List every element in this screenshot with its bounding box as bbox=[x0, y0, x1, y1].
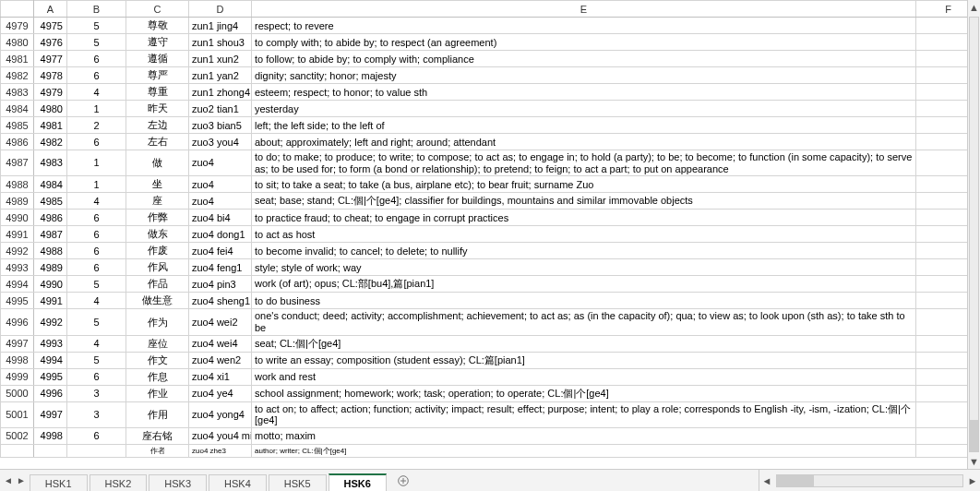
cell-A[interactable]: 4977 bbox=[34, 51, 67, 67]
table-row[interactable]: 499649925作为zuo4 wei2one's conduct; deed;… bbox=[1, 309, 968, 335]
cell-F[interactable] bbox=[916, 210, 968, 226]
cell-B[interactable]: 6 bbox=[67, 243, 126, 259]
cell-C[interactable]: 作业 bbox=[126, 385, 189, 401]
cell-D[interactable]: zuo2 tian1 bbox=[189, 101, 252, 117]
vertical-scrollbar[interactable]: ▲ ▼ bbox=[967, 0, 980, 469]
cell-A[interactable]: 4997 bbox=[34, 401, 67, 427]
cell-D[interactable]: zuo4 bbox=[189, 176, 252, 193]
cell-A[interactable]: 4989 bbox=[34, 259, 67, 276]
cell-A[interactable]: 4980 bbox=[34, 101, 67, 117]
row-header[interactable]: 4991 bbox=[1, 226, 34, 243]
column-header-A[interactable]: A bbox=[34, 1, 67, 18]
cell-B[interactable]: 5 bbox=[67, 276, 126, 293]
cell-D[interactable]: zuo4 zhe3 bbox=[189, 444, 252, 457]
cell-A[interactable] bbox=[34, 444, 67, 457]
vscroll-thumb[interactable] bbox=[970, 420, 978, 451]
cell-F[interactable] bbox=[916, 243, 968, 259]
table-row[interactable]: 498749831做zuo4to do; to make; to produce… bbox=[1, 150, 968, 176]
cell-C[interactable]: 遵循 bbox=[126, 51, 189, 67]
cell-E[interactable]: to write an essay; composition (student … bbox=[252, 352, 916, 368]
cell-B[interactable]: 5 bbox=[67, 352, 126, 368]
row-header[interactable]: 4994 bbox=[1, 276, 34, 293]
table-row[interactable]: 498449801昨天zuo2 tian1yesterday bbox=[1, 101, 968, 117]
table-row[interactable]: 499849945作文zuo4 wen2to write an essay; c… bbox=[1, 352, 968, 368]
cell-A[interactable]: 4990 bbox=[34, 276, 67, 293]
cell-E[interactable]: yesterday bbox=[252, 101, 916, 117]
cell-F[interactable] bbox=[916, 51, 968, 67]
cell-F[interactable] bbox=[916, 34, 968, 51]
cell-F[interactable] bbox=[916, 18, 968, 34]
tab-hsk1[interactable]: HSK1 bbox=[30, 474, 88, 491]
cell-F[interactable] bbox=[916, 101, 968, 117]
cell-C[interactable]: 尊严 bbox=[126, 67, 189, 84]
cell-D[interactable]: zuo4 bbox=[189, 193, 252, 210]
row-header[interactable]: 4980 bbox=[1, 34, 34, 51]
cell-C[interactable]: 作弊 bbox=[126, 210, 189, 226]
table-row[interactable]: 498249786尊严zun1 yan2dignity; sanctity; h… bbox=[1, 67, 968, 84]
table-row[interactable]: 499349896作风zuo4 feng1style; style of wor… bbox=[1, 259, 968, 276]
cell-E[interactable]: respect; to revere bbox=[252, 18, 916, 34]
cell-E[interactable]: to act as host bbox=[252, 226, 916, 243]
cell-D[interactable]: zun1 xun2 bbox=[189, 51, 252, 67]
table-row[interactable]: 499249886作废zuo4 fei4to become invalid; t… bbox=[1, 243, 968, 259]
column-header-B[interactable]: B bbox=[67, 1, 126, 18]
row-header[interactable]: 4996 bbox=[1, 309, 34, 335]
cell-B[interactable]: 6 bbox=[67, 67, 126, 84]
cell-B[interactable]: 6 bbox=[67, 259, 126, 276]
column-header-row[interactable]: ABCDEF bbox=[1, 1, 968, 18]
cell-A[interactable]: 4984 bbox=[34, 176, 67, 193]
cell-D[interactable]: zuo4 pin3 bbox=[189, 276, 252, 293]
cell-F[interactable] bbox=[916, 368, 968, 385]
cell-D[interactable]: zuo4 ye4 bbox=[189, 385, 252, 401]
cell-C[interactable]: 作文 bbox=[126, 352, 189, 368]
cell-A[interactable]: 4976 bbox=[34, 34, 67, 51]
tab-scroll-left-icon[interactable]: ◄ bbox=[4, 475, 13, 485]
cell-C[interactable]: 座位 bbox=[126, 335, 189, 352]
tab-hsk6[interactable]: HSK6 bbox=[329, 473, 387, 491]
cell-D[interactable]: zuo4 xi1 bbox=[189, 368, 252, 385]
cell-A[interactable]: 4981 bbox=[34, 117, 67, 134]
cell-D[interactable]: zuo4 yong4 bbox=[189, 401, 252, 427]
column-header-E[interactable]: E bbox=[252, 1, 916, 18]
cell-D[interactable]: zuo4 feng1 bbox=[189, 259, 252, 276]
cell-A[interactable]: 4993 bbox=[34, 335, 67, 352]
cell-B[interactable]: 4 bbox=[67, 335, 126, 352]
cell-E[interactable]: motto; maxim bbox=[252, 427, 916, 444]
table-row[interactable]: 498149776遵循zun1 xun2to follow; to abide … bbox=[1, 51, 968, 67]
table-row[interactable]: 498549812左边zuo3 bian5left; the left side… bbox=[1, 117, 968, 134]
cell-B[interactable]: 6 bbox=[67, 226, 126, 243]
row-header[interactable]: 4985 bbox=[1, 117, 34, 134]
cell-D[interactable]: zun1 yan2 bbox=[189, 67, 252, 84]
cell-E[interactable]: to practice fraud; to cheat; to engage i… bbox=[252, 210, 916, 226]
cell-E[interactable]: school assignment; homework; work; task;… bbox=[252, 385, 916, 401]
cell-F[interactable] bbox=[916, 84, 968, 101]
cell-E[interactable]: author; writer; CL:個|个[ge4] bbox=[252, 444, 916, 457]
cell-F[interactable] bbox=[916, 259, 968, 276]
cell-E[interactable]: to do business bbox=[252, 293, 916, 309]
cell-B[interactable]: 6 bbox=[67, 134, 126, 150]
select-all-cell[interactable] bbox=[1, 1, 34, 18]
table-row[interactable]: 499449905作品zuo4 pin3work (of art); opus;… bbox=[1, 276, 968, 293]
tab-scroll-controls[interactable]: ◄ ► bbox=[0, 470, 30, 491]
cell-E[interactable]: to do; to make; to produce; to write; to… bbox=[252, 150, 916, 176]
cell-F[interactable] bbox=[916, 150, 968, 176]
cell-C[interactable]: 左边 bbox=[126, 117, 189, 134]
cell-C[interactable]: 做东 bbox=[126, 226, 189, 243]
cell-D[interactable]: zun1 shou3 bbox=[189, 34, 252, 51]
table-row[interactable]: 499149876做东zuo4 dong1to act as host bbox=[1, 226, 968, 243]
cell-A[interactable]: 4998 bbox=[34, 427, 67, 444]
cell-A[interactable]: 4979 bbox=[34, 84, 67, 101]
cell-C[interactable]: 作用 bbox=[126, 401, 189, 427]
cell-B[interactable]: 6 bbox=[67, 427, 126, 444]
table-row[interactable]: 498049765遵守zun1 shou3to comply with; to … bbox=[1, 34, 968, 51]
cell-D[interactable]: zuo4 wei2 bbox=[189, 309, 252, 335]
cell-F[interactable] bbox=[916, 444, 968, 457]
cell-F[interactable] bbox=[916, 335, 968, 352]
horizontal-scrollbar[interactable]: ◄ ► bbox=[759, 470, 980, 491]
table-row[interactable]: 498949854座zuo4seat; base; stand; CL:個|个[… bbox=[1, 193, 968, 210]
cell-B[interactable]: 3 bbox=[67, 401, 126, 427]
cell-D[interactable]: zuo4 wei4 bbox=[189, 335, 252, 352]
cell-B[interactable]: 5 bbox=[67, 309, 126, 335]
table-row[interactable]: 500249986座右铭zuo4 you4 ming2motto; maxim bbox=[1, 427, 968, 444]
cell-F[interactable] bbox=[916, 276, 968, 293]
